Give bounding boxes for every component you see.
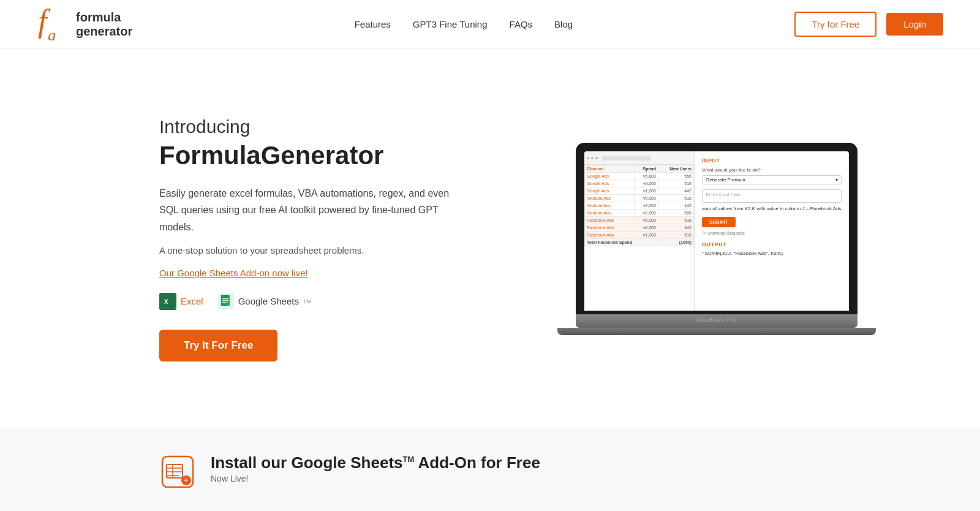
table-row: Facebook Adsv8,000442 bbox=[585, 224, 694, 232]
total-row: Total Facebook Spend (1000) bbox=[585, 239, 694, 246]
nav-links: Features GPT3 Fine Tuning FAQs Blog bbox=[355, 19, 573, 29]
try-free-cta-button[interactable]: Try It For Free bbox=[159, 330, 277, 361]
warning-icon: ⚠ bbox=[702, 230, 706, 235]
laptop-foot bbox=[557, 328, 876, 335]
badge-row: X Excel Google Sheets TM bbox=[159, 293, 453, 310]
gs-addon-text: Install our Google SheetsTM Add-On for F… bbox=[211, 453, 540, 483]
gs-label: Google Sheets bbox=[238, 296, 299, 306]
gs-addon-icon: + bbox=[159, 453, 196, 490]
table-row: Google Adsv5,800556 bbox=[585, 173, 694, 180]
nav-faqs[interactable]: FAQs bbox=[510, 19, 533, 29]
toolbar-dot2 bbox=[591, 157, 594, 159]
input-label: INPUT bbox=[702, 157, 842, 164]
hero-description: Easily generate excel formulas, VBA auto… bbox=[159, 185, 453, 235]
io-question: What would you like to do? bbox=[702, 167, 842, 173]
col-users-header: New Users bbox=[658, 165, 693, 173]
unlimited-label: ⚠ Unlimited Requests bbox=[702, 230, 842, 235]
nav-gpt3[interactable]: GPT3 Fine Tuning bbox=[413, 19, 488, 29]
io-textarea: Enter input here bbox=[702, 189, 842, 203]
table-row: Facebook Adsv1,000519 bbox=[585, 232, 694, 239]
svg-rect-6 bbox=[222, 298, 228, 300]
svg-text:X: X bbox=[164, 298, 168, 305]
excel-icon: X bbox=[159, 293, 176, 310]
table-row: Youtube Adsv5,000518 bbox=[585, 195, 694, 202]
laptop-screen-outer: Channel Spend New Users Google Adsv5,800… bbox=[576, 143, 858, 314]
sheet-toolbar bbox=[584, 151, 694, 165]
table-row: Google Adsv1,000442 bbox=[585, 187, 694, 195]
svg-text:g: g bbox=[48, 26, 56, 40]
col-spend-header: Spend bbox=[635, 165, 658, 173]
logo-line2: generator bbox=[76, 25, 132, 39]
excel-badge: X Excel bbox=[159, 293, 203, 310]
toolbar-dot1 bbox=[587, 157, 589, 159]
nav-blog[interactable]: Blog bbox=[554, 19, 573, 29]
table-row: Youtube Adsv8,000442 bbox=[585, 202, 694, 210]
svg-rect-8 bbox=[222, 302, 227, 303]
try-free-nav-button[interactable]: Try for Free bbox=[794, 12, 876, 37]
output-formula: =SUMIF(J2:J, "Facebook Ads", K2:K) bbox=[702, 250, 842, 257]
chevron-down-icon: ▾ bbox=[835, 177, 838, 183]
hero-sub: A one-stop solution to your spreadsheet … bbox=[159, 245, 453, 255]
laptop-mockup: Channel Spend New Users Google Adsv5,800… bbox=[576, 143, 858, 335]
nav-actions: Try for Free Login bbox=[794, 12, 943, 37]
hero-section: Introducing FormulaGenerator Easily gene… bbox=[0, 49, 980, 429]
hero-title: FormulaGenerator bbox=[159, 141, 453, 170]
logo-icon: f g bbox=[37, 2, 70, 46]
laptop-base bbox=[576, 314, 858, 328]
table-row: Facebook Adsv5,000518 bbox=[585, 217, 694, 224]
google-sheets-badge: Google Sheets TM bbox=[218, 293, 311, 309]
logo-line1: formula bbox=[76, 10, 132, 25]
laptop-screen-inner: Channel Spend New Users Google Adsv5,800… bbox=[584, 151, 849, 311]
addon-title: Install our Google SheetsTM Add-On for F… bbox=[211, 453, 540, 472]
submit-button[interactable]: SUBMIT bbox=[702, 217, 736, 227]
google-sheets-icon bbox=[218, 293, 234, 309]
svg-text:+: + bbox=[184, 476, 188, 485]
io-dropdown[interactable]: Generate Formula ▾ bbox=[702, 175, 842, 184]
output-label: OUTPUT bbox=[702, 241, 842, 248]
table-row: Google Adsv8,000518 bbox=[585, 180, 694, 187]
laptop-wrapper: Channel Spend New Users Google Adsv5,800… bbox=[576, 143, 858, 335]
nav-features[interactable]: Features bbox=[355, 19, 391, 29]
addon-subtitle: Now Live! bbox=[211, 474, 540, 483]
svg-rect-7 bbox=[222, 300, 228, 301]
hero-intro: Introducing bbox=[159, 116, 453, 137]
logo-text: formula generator bbox=[76, 10, 132, 39]
google-sheets-link[interactable]: Our Google Sheets Add-on now live! bbox=[159, 268, 453, 278]
unlimited-text: Unlimited Requests bbox=[707, 231, 745, 235]
bottom-section: + Install our Google SheetsTM Add-On for… bbox=[0, 429, 980, 511]
logo[interactable]: f g formula generator bbox=[37, 2, 132, 46]
sheet-table: Channel Spend New Users Google Adsv5,800… bbox=[584, 165, 694, 246]
dropdown-value: Generate Formula bbox=[706, 177, 745, 183]
spreadsheet-panel: Channel Spend New Users Google Adsv5,800… bbox=[584, 151, 695, 311]
col-channel-header: Channel bbox=[585, 165, 635, 173]
hero-content: Introducing FormulaGenerator Easily gene… bbox=[159, 116, 453, 361]
table-row: Youtube Adsv2,000506 bbox=[585, 210, 694, 217]
navbar: f g formula generator Features GPT3 Fine… bbox=[0, 0, 980, 49]
io-panel: INPUT What would you like to do? Generat… bbox=[695, 151, 849, 311]
toolbar-dot3 bbox=[595, 157, 598, 159]
excel-label: Excel bbox=[181, 296, 203, 306]
login-button[interactable]: Login bbox=[886, 13, 943, 36]
io-query: sum of values from K2:K with value in co… bbox=[702, 205, 842, 212]
